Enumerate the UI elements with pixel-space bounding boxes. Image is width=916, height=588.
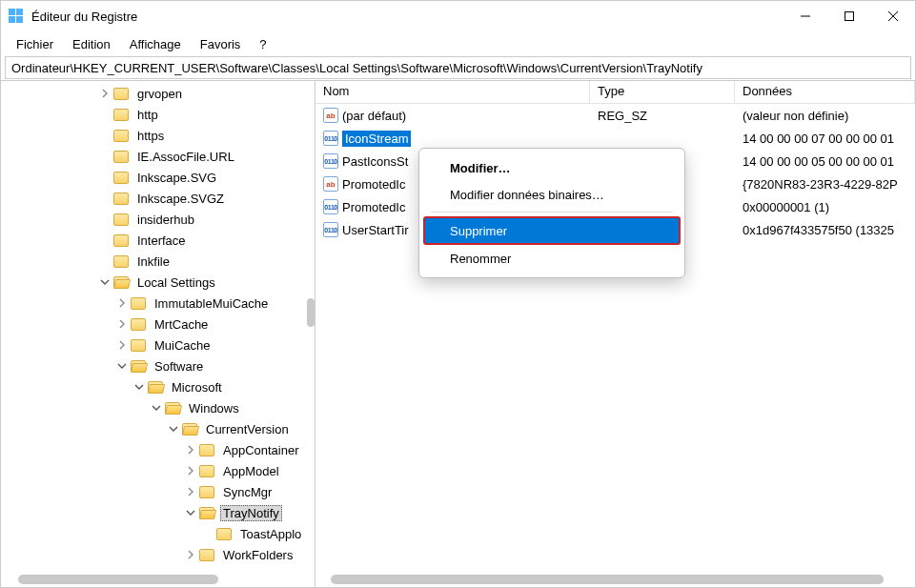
tree-item-label: ImmutableMuiCache <box>152 295 271 312</box>
values-pane: Nom Type Données ab(par défaut)REG_SZ(va… <box>316 81 915 587</box>
maximize-button[interactable] <box>827 1 871 31</box>
close-button[interactable] <box>871 1 915 31</box>
registry-tree[interactable]: grvopenhttphttpsIE.AssocFile.URLInkscape… <box>1 81 315 587</box>
menu-file[interactable]: Fichier <box>9 35 61 53</box>
value-data: 0x1d967f433575f50 (13325 <box>735 223 915 237</box>
tree-item[interactable]: insiderhub <box>1 209 315 230</box>
chevron-right-icon[interactable] <box>115 338 129 352</box>
main-split: grvopenhttphttpsIE.AssocFile.URLInkscape… <box>1 80 915 587</box>
folder-icon <box>113 234 129 247</box>
tree-item-label: ToastApplo <box>237 526 304 542</box>
address-text: Ordinateur\HKEY_CURRENT_USER\Software\Cl… <box>11 61 702 75</box>
horizontal-scrollbar-right[interactable] <box>331 575 884 584</box>
column-data[interactable]: Données <box>735 81 915 103</box>
folder-icon <box>113 172 129 184</box>
values-list[interactable]: ab(par défaut)REG_SZ(valeur non définie)… <box>316 104 915 587</box>
folder-icon <box>131 360 146 373</box>
ctx-modify-binary[interactable]: Modifier données binaires… <box>423 181 681 208</box>
title-bar: Éditeur du Registre <box>1 1 915 31</box>
value-name: IconStream <box>342 131 411 147</box>
vertical-scrollbar[interactable] <box>307 298 315 327</box>
tree-item-label: CurrentVersion <box>203 421 292 437</box>
tree-item[interactable]: IE.AssocFile.URL <box>1 146 315 167</box>
folder-icon <box>199 486 214 498</box>
chevron-right-icon[interactable] <box>115 317 129 331</box>
ctx-delete[interactable]: Supprimer <box>423 216 681 245</box>
horizontal-scrollbar-left[interactable] <box>18 575 218 584</box>
tree-item-label: Software <box>152 358 206 375</box>
tree-item[interactable]: AppContainer <box>1 439 315 460</box>
folder-icon <box>113 88 129 100</box>
tree-item-label: TrayNotify <box>220 505 282 521</box>
tree-item[interactable]: Inkscape.SVGZ <box>1 188 315 209</box>
tree-item[interactable]: Local Settings <box>1 272 315 293</box>
tree-item[interactable]: MrtCache <box>1 314 315 335</box>
chevron-right-icon[interactable] <box>115 296 129 310</box>
chevron-down-icon[interactable] <box>184 506 197 519</box>
chevron-right-icon[interactable] <box>184 443 197 456</box>
tree-item[interactable]: Software <box>1 355 315 376</box>
value-name: PromotedIc <box>342 177 405 192</box>
list-row[interactable]: ab(par défaut)REG_SZ(valeur non définie) <box>316 104 915 127</box>
tree-item[interactable]: https <box>1 125 315 146</box>
folder-icon <box>113 193 129 205</box>
tree-item[interactable]: Interface <box>1 230 315 251</box>
chevron-right-icon[interactable] <box>98 87 112 100</box>
tree-item[interactable]: TrayNotify <box>1 502 315 523</box>
chevron-down-icon[interactable] <box>150 401 163 415</box>
column-type[interactable]: Type <box>590 81 735 103</box>
folder-icon <box>216 528 232 540</box>
tree-item[interactable]: Inkfile <box>1 251 315 272</box>
menu-view[interactable]: Affichage <box>122 35 189 53</box>
menu-favorites[interactable]: Favoris <box>193 35 249 53</box>
tree-item-label: Inkscape.SVG <box>134 170 219 186</box>
chevron-down-icon[interactable] <box>98 275 112 289</box>
tree-item[interactable]: http <box>1 104 315 125</box>
folder-icon <box>113 109 129 121</box>
tree-item[interactable]: CurrentVersion <box>1 418 315 439</box>
tree-item-label: insiderhub <box>134 212 197 228</box>
tree-item-label: Interface <box>134 233 189 249</box>
tree-item-label: AppContainer <box>220 442 302 458</box>
binary-value-icon: 011 0 <box>323 199 338 214</box>
tree-item[interactable]: Inkscape.SVG <box>1 167 315 188</box>
chevron-down-icon[interactable] <box>167 422 180 436</box>
tree-item-label: MuiCache <box>152 337 214 354</box>
chevron-right-icon[interactable] <box>184 485 197 498</box>
tree-item[interactable]: ImmutableMuiCache <box>1 293 315 314</box>
context-menu: Modifier… Modifier données binaires… Sup… <box>418 148 685 278</box>
menu-help[interactable]: ? <box>252 35 274 53</box>
tree-item[interactable]: grvopen <box>1 83 315 104</box>
value-data: 14 00 00 00 05 00 00 00 01 <box>735 154 915 169</box>
tree-item[interactable]: WorkFolders <box>1 544 315 565</box>
chevron-down-icon[interactable] <box>115 359 129 373</box>
ctx-separator <box>431 212 673 213</box>
menu-edit[interactable]: Edition <box>65 35 118 53</box>
string-value-icon: ab <box>323 108 338 123</box>
ctx-modify[interactable]: Modifier… <box>423 154 681 181</box>
tree-item[interactable]: ToastApplo <box>1 523 315 544</box>
folder-icon <box>131 297 146 310</box>
chevron-down-icon[interactable] <box>132 380 146 394</box>
folder-icon <box>199 444 214 456</box>
tree-item[interactable]: SyncMgr <box>1 481 315 502</box>
tree-item-label: MrtCache <box>152 316 211 333</box>
folder-icon <box>199 507 214 519</box>
minimize-button[interactable] <box>784 1 827 31</box>
folder-icon <box>165 402 180 415</box>
tree-item[interactable]: Microsoft <box>1 376 315 397</box>
list-row[interactable]: 011 0IconStream14 00 00 00 07 00 00 00 0… <box>316 127 915 150</box>
tree-item[interactable]: MuiCache <box>1 335 315 355</box>
tree-item-label: AppModel <box>220 463 282 479</box>
ctx-rename[interactable]: Renommer <box>423 245 681 272</box>
svg-rect-1 <box>845 12 854 21</box>
tree-item[interactable]: AppModel <box>1 460 315 481</box>
folder-icon <box>148 381 163 394</box>
tree-item-label: Windows <box>186 400 242 416</box>
folder-icon <box>113 213 129 226</box>
chevron-right-icon[interactable] <box>184 548 197 561</box>
chevron-right-icon[interactable] <box>184 464 197 477</box>
tree-item[interactable]: Windows <box>1 397 315 418</box>
column-name[interactable]: Nom <box>316 81 590 103</box>
address-bar[interactable]: Ordinateur\HKEY_CURRENT_USER\Software\Cl… <box>5 56 911 79</box>
